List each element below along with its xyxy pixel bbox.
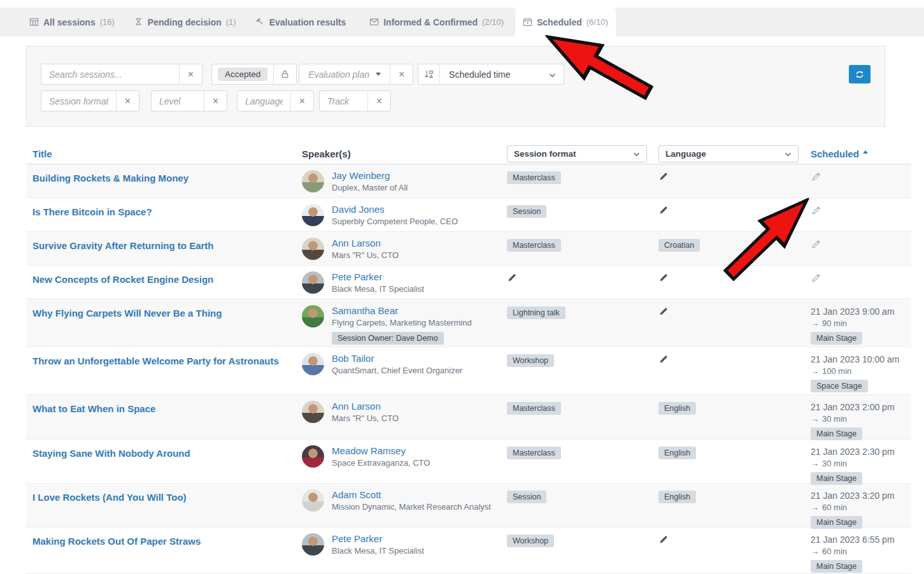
tab-all-sessions[interactable]: All sessions (16) — [22, 8, 122, 36]
session-title-link[interactable]: I Love Rockets (And You Will Too) — [32, 492, 187, 503]
speaker-info: Ann LarsonMars "R" Us, CTO — [332, 238, 399, 260]
session-format-badge: Workshop — [507, 354, 554, 367]
session-title-link[interactable]: Throw an Unforgettable Welcome Party for… — [32, 355, 279, 366]
arrow-right-icon: → — [811, 503, 819, 512]
tab-label: Informed & Confirmed — [383, 17, 478, 27]
session-format-cell: Workshop — [507, 347, 658, 394]
edit-language-pencil-icon[interactable] — [658, 273, 669, 283]
speaker-name-link[interactable]: David Jones — [332, 204, 458, 215]
session-format-badge: Masterclass — [507, 171, 561, 184]
session-format-badge: Masterclass — [507, 402, 561, 415]
edit-language-pencil-icon[interactable] — [658, 306, 669, 317]
title-cell: What to Eat When in Space — [26, 395, 302, 440]
speaker-name-link[interactable]: Samantha Bear — [332, 305, 472, 316]
edit-language-pencil-icon[interactable] — [658, 205, 669, 215]
session-title-link[interactable]: Building Rockets & Making Money — [32, 173, 188, 183]
sort-group: Scheduled time — [418, 64, 564, 85]
scheduled-duration: →100 min — [811, 366, 911, 376]
language-cell: Croatian — [658, 232, 811, 265]
clear-search-button[interactable]: × — [179, 64, 202, 84]
tab-evaluation-results[interactable]: Evaluation results — [248, 8, 359, 36]
edit-schedule-pencil-icon[interactable] — [811, 273, 821, 283]
lock-icon[interactable] — [273, 64, 296, 84]
language-column-value: Language — [665, 149, 706, 159]
duration-value: 60 min — [822, 503, 847, 512]
speaker-name-link[interactable]: Pete Parker — [332, 533, 424, 544]
edit-language-pencil-icon[interactable] — [658, 354, 669, 364]
edit-schedule-pencil-icon[interactable] — [811, 171, 821, 182]
caret-down-icon — [376, 73, 381, 76]
session-format-column-select[interactable]: Session format — [507, 145, 647, 162]
speaker-avatar[interactable] — [302, 489, 324, 512]
title-cell: New Concepts of Rocket Engine Design — [26, 266, 302, 299]
session-title-link[interactable]: Why Flying Carpets Will Never Be a Thing — [32, 308, 222, 319]
clear-evaluation-plan-button[interactable]: × — [390, 64, 413, 84]
edit-language-pencil-icon[interactable] — [658, 171, 669, 182]
tab-informed-confirmed[interactable]: Informed & Confirmed (2/10) — [362, 8, 511, 36]
session-format-filter-input[interactable] — [41, 91, 116, 111]
speaker-name-link[interactable]: Pete Parker — [332, 271, 424, 282]
tab-count: (2/10) — [482, 17, 504, 27]
speaker-name-link[interactable]: Jay Weinberg — [332, 170, 408, 181]
scheduled-header-label: Scheduled — [811, 148, 859, 159]
edit-schedule-pencil-icon[interactable] — [811, 239, 821, 250]
scheduled-duration: →30 min — [811, 414, 911, 424]
scheduled-sort-header[interactable]: Scheduled — [811, 148, 911, 159]
speaker-info: Bob TailorQuantSmart, Chief Event Organi… — [332, 353, 462, 375]
speaker-avatar[interactable] — [302, 353, 324, 375]
clear-language-button[interactable]: × — [290, 91, 313, 111]
speaker-info: Jay WeinbergDuplex, Master of All — [332, 170, 408, 192]
session-title-link[interactable]: Making Rockets Out Of Paper Straws — [32, 536, 201, 547]
sort-by-select[interactable]: Scheduled time — [440, 64, 564, 84]
status-chip-accepted[interactable]: Accepted — [218, 68, 267, 81]
session-title-link[interactable]: Is There Bitcoin in Space? — [32, 206, 152, 217]
clear-track-button[interactable]: × — [367, 91, 390, 111]
title-cell: Making Rockets Out Of Paper Straws — [26, 527, 302, 573]
speaker-avatar[interactable] — [302, 238, 324, 260]
session-row: Staying Sane With Nobody AroundMeadow Ra… — [26, 440, 911, 484]
speaker-name-link[interactable]: Bob Tailor — [332, 353, 462, 364]
speaker-avatar[interactable] — [302, 533, 324, 556]
speaker-avatar[interactable] — [302, 401, 324, 423]
speaker-avatar[interactable] — [302, 445, 324, 468]
edit-language-pencil-icon[interactable] — [658, 535, 669, 545]
evaluation-plan-dropdown[interactable]: Evaluation plan — [299, 64, 390, 84]
speaker-avatar[interactable] — [302, 170, 324, 192]
scheduled-date: 21 Jan 2023 2:30 pm — [811, 447, 911, 457]
language-filter-group: × — [237, 90, 314, 111]
speaker-avatar[interactable] — [302, 305, 324, 327]
scheduled-cell: 21 Jan 2023 9:00 am→90 minMain Stage — [811, 299, 911, 347]
arrow-right-icon: → — [811, 414, 819, 424]
track-filter-input[interactable] — [320, 91, 367, 111]
tab-scheduled[interactable]: Scheduled (6/10) — [515, 8, 616, 36]
speaker-name-link[interactable]: Adam Scott — [332, 489, 491, 500]
speaker-name-link[interactable]: Meadow Ramsey — [332, 445, 430, 456]
speaker-name-link[interactable]: Ann Larson — [332, 401, 399, 412]
scheduled-cell — [811, 232, 911, 265]
stage-badge: Main Stage — [811, 472, 862, 485]
speaker-avatar[interactable] — [302, 204, 324, 226]
session-format-cell — [507, 266, 658, 299]
tab-pending-decision[interactable]: Pending decision (1) — [126, 8, 244, 36]
level-filter-input[interactable] — [152, 91, 204, 111]
speaker-avatar[interactable] — [302, 271, 324, 294]
refresh-button[interactable] — [849, 65, 871, 83]
edit-session-format-pencil-icon[interactable] — [507, 273, 517, 283]
session-row: Is There Bitcoin in Space?David JonesSup… — [26, 198, 911, 232]
title-sort-header[interactable]: Title — [26, 148, 302, 159]
session-title-link[interactable]: New Concepts of Rocket Engine Design — [32, 274, 213, 285]
sort-direction-icon[interactable] — [418, 64, 440, 84]
edit-schedule-pencil-icon[interactable] — [811, 205, 821, 216]
language-filter-input[interactable] — [238, 91, 290, 111]
session-format-cell: Session — [507, 198, 658, 231]
filter-panel: × Accepted Evaluation plan × Scheduled t… — [26, 46, 885, 127]
session-format-cell: Masterclass — [507, 440, 658, 485]
clear-session-format-button[interactable]: × — [116, 91, 139, 111]
clear-level-button[interactable]: × — [204, 91, 227, 111]
session-title-link[interactable]: What to Eat When in Space — [32, 403, 155, 414]
speaker-name-link[interactable]: Ann Larson — [332, 238, 399, 248]
session-title-link[interactable]: Survive Gravity After Returning to Earth — [32, 240, 214, 251]
session-title-link[interactable]: Staying Sane With Nobody Around — [32, 448, 190, 459]
search-input[interactable] — [41, 64, 179, 84]
language-column-select[interactable]: Language — [658, 145, 799, 162]
